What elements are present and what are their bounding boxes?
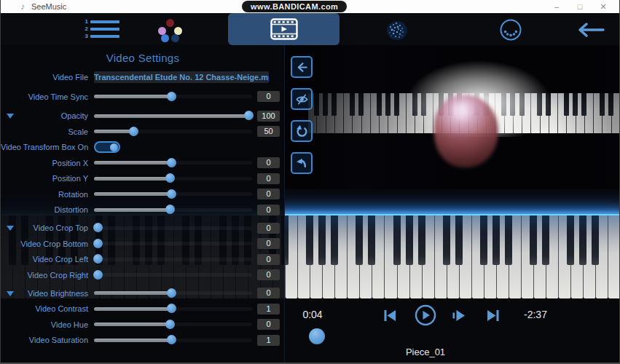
slider-video-saturation[interactable] (94, 339, 252, 342)
tab-colors[interactable] (158, 19, 183, 42)
setting-row-video-saturation: Video Saturation1 (1, 334, 285, 346)
black-key (368, 215, 375, 265)
white-key (608, 215, 620, 298)
slider-thumb[interactable] (165, 320, 175, 329)
back-arrow-icon (295, 60, 309, 74)
slider-position-y[interactable] (94, 177, 252, 181)
setting-value-position-x[interactable]: 0 (257, 157, 280, 168)
white-key (348, 215, 360, 298)
setting-value-opacity[interactable]: 100 (257, 111, 280, 122)
slider-distortion[interactable] (94, 208, 252, 212)
setting-value-video-contrast[interactable]: 1 (257, 304, 280, 314)
slider-fill (94, 177, 170, 181)
setting-value-video-crop-right[interactable]: 0 (257, 269, 280, 280)
white-key (472, 215, 484, 298)
minimize-button[interactable]: – (545, 0, 568, 13)
slider-thumb[interactable] (244, 111, 254, 120)
top-navbar: 1 2 3 (1, 13, 620, 45)
slider-fill (94, 130, 133, 133)
slider-thumb[interactable] (167, 92, 176, 101)
toggle-video-transform-box-on[interactable] (94, 141, 120, 153)
window-title: SeeMusic (31, 2, 66, 11)
timeline-scrubber-handle[interactable] (309, 328, 325, 344)
black-key (318, 215, 326, 265)
slider-thumb[interactable] (167, 158, 176, 167)
setting-control (94, 126, 252, 138)
slider-video-contrast[interactable] (94, 307, 252, 311)
setting-label: Position Y (1, 174, 88, 183)
list-digit: 1 (83, 20, 88, 24)
slider-thumb[interactable] (167, 288, 176, 298)
preview-hide-button[interactable] (291, 88, 313, 110)
section-collapse-arrow[interactable] (7, 226, 14, 231)
tab-particles[interactable] (383, 17, 411, 47)
skip-to-start-button[interactable] (382, 309, 397, 325)
preview-back-button[interactable] (291, 56, 313, 78)
preview-undo-button[interactable] (291, 152, 313, 174)
black-key (480, 215, 487, 265)
close-button[interactable]: ✕ (592, 0, 615, 13)
slider-video-brightness[interactable] (94, 291, 252, 295)
maximize-button[interactable]: □ (568, 0, 592, 13)
slider-thumb[interactable] (165, 205, 175, 214)
slider-video-crop-bottom[interactable] (94, 242, 252, 245)
slider-thumb[interactable] (167, 189, 176, 199)
setting-value-video-crop-left[interactable]: 0 (257, 254, 280, 265)
numbered-list-icon (90, 35, 119, 39)
setting-value-video-hue[interactable]: 0 (257, 319, 280, 330)
step-forward-button[interactable] (451, 309, 466, 325)
slider-thumb[interactable] (93, 254, 103, 264)
section-collapse-arrow[interactable] (7, 114, 14, 119)
slider-video-crop-left[interactable] (94, 258, 252, 261)
slider-fill (94, 339, 171, 342)
setting-value-video-saturation[interactable]: 1 (257, 335, 280, 346)
video-file-button[interactable]: Transcendental Etude No. 12 Chasse-Neige… (94, 71, 269, 83)
slider-thumb[interactable] (167, 304, 176, 313)
skip-to-end-button[interactable] (486, 309, 501, 325)
setting-row-video-contrast: Video Contrast1 (1, 303, 285, 314)
tab-midi[interactable] (499, 18, 522, 44)
list-digit: 3 (83, 34, 88, 39)
setting-value-distortion[interactable]: 0 (257, 205, 280, 215)
setting-value-rotation[interactable]: 0 (257, 189, 280, 199)
slider-thumb[interactable] (93, 239, 103, 248)
setting-label: Video Brightness (1, 289, 88, 298)
slider-thumb[interactable] (167, 335, 176, 344)
setting-label: Distortion (1, 205, 88, 214)
setting-value-video-crop-bottom[interactable]: 0 (257, 238, 280, 249)
setting-label: Rotation (1, 190, 88, 199)
setting-control (94, 173, 252, 184)
setting-control (94, 288, 252, 299)
bandicam-watermark: www.BANDICAM.com (242, 1, 347, 12)
slider-rotation[interactable] (94, 192, 252, 196)
slider-thumb[interactable] (93, 270, 103, 280)
slider-thumb[interactable] (93, 223, 103, 232)
setting-value-scale[interactable]: 50 (257, 126, 280, 137)
slider-opacity[interactable] (94, 114, 252, 118)
tab-tracks-list[interactable]: 1 2 3 (83, 20, 119, 39)
setting-value-position-y[interactable]: 0 (257, 173, 280, 184)
slider-video-crop-top[interactable] (94, 226, 252, 230)
setting-value-video-time-sync[interactable]: 0 (257, 91, 280, 102)
setting-value-video-crop-top[interactable]: 0 (257, 223, 280, 234)
section-collapse-arrow[interactable] (7, 291, 14, 296)
slider-video-time-sync[interactable] (94, 95, 252, 98)
slider-video-crop-right[interactable] (94, 273, 252, 277)
play-button[interactable] (415, 304, 436, 329)
slider-scale[interactable] (94, 130, 252, 133)
slider-thumb[interactable] (129, 127, 138, 136)
slider-position-x[interactable] (94, 161, 252, 165)
preview-reset-button[interactable] (291, 120, 313, 142)
black-key (592, 215, 599, 265)
tab-video-active[interactable] (228, 13, 340, 45)
slider-video-hue[interactable] (94, 323, 252, 326)
white-key (298, 215, 310, 298)
color-dots-icon (171, 34, 179, 42)
eye-off-icon (295, 92, 309, 106)
black-key (493, 215, 500, 265)
setting-value-video-brightness[interactable]: 0 (257, 288, 280, 298)
nav-back-button[interactable] (577, 22, 606, 41)
setting-control (94, 141, 252, 153)
slider-thumb[interactable] (165, 173, 175, 183)
film-icon (270, 18, 298, 40)
